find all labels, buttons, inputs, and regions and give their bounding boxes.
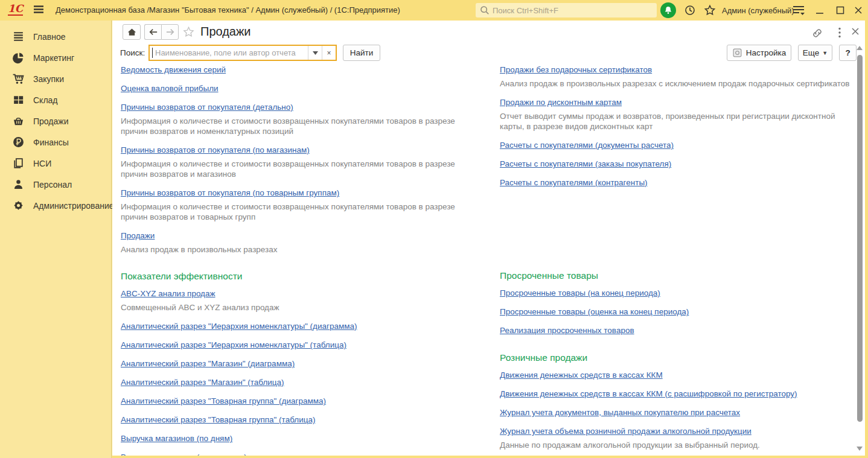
report-link[interactable]: Расчеты с покупателями (документы расчет… <box>500 141 674 150</box>
report-search-label: Поиск: <box>120 48 145 57</box>
scrollbar-thumb[interactable] <box>857 55 863 422</box>
section-heading: Просроченные товары <box>500 270 854 281</box>
report-link[interactable]: Продажи по дисконтным картам <box>500 98 622 107</box>
sidebar-item-main[interactable]: Главное <box>0 26 111 47</box>
report-link[interactable]: Расчеты с покупателями (контрагенты) <box>500 178 648 187</box>
report-description: Информация о количестве и стоимости возв… <box>121 116 470 136</box>
main-menu-icon[interactable] <box>33 5 45 16</box>
more-menu-icon[interactable] <box>835 27 844 39</box>
report-list-item: Просроченные товары (оценка на конец пер… <box>500 306 854 317</box>
report-list-item: Расчеты с покупателями (заказы покупател… <box>500 158 854 169</box>
report-link[interactable]: Причины возвратов от покупателя (по мага… <box>121 145 310 154</box>
person-icon <box>12 178 25 191</box>
sidebar-item-personnel[interactable]: Персонал <box>0 174 111 195</box>
chevron-down-icon: ▼ <box>822 50 828 56</box>
tools-menu-icon[interactable] <box>792 5 805 16</box>
sidebar-item-label: Главное <box>33 32 66 42</box>
report-link[interactable]: ABC-XYZ анализ продаж <box>121 289 215 298</box>
sidebar-item-sales[interactable]: Продажи <box>0 110 111 132</box>
close-window-button[interactable] <box>852 4 864 16</box>
report-link[interactable]: Продажи без подарочных сертификатов <box>500 65 652 74</box>
report-link[interactable]: Аналитический разрез "Иерархия номенклат… <box>121 340 346 349</box>
report-link[interactable]: Причины возвратов от покупателя (по това… <box>121 188 339 197</box>
sidebar-item-label: НСИ <box>33 159 51 168</box>
close-panel-icon[interactable] <box>850 26 861 37</box>
menu-lines-icon <box>12 30 25 43</box>
scroll-down-icon[interactable] <box>857 447 863 451</box>
report-list-item: Оценка валовой прибыли <box>121 83 470 94</box>
report-list-item: Аналитический разрез "Магазин" (диаграмм… <box>121 358 470 369</box>
report-link[interactable]: Ведомость движения серий <box>121 65 226 74</box>
report-link[interactable]: Расчеты с покупателями (заказы покупател… <box>500 159 671 168</box>
back-button[interactable] <box>144 24 161 40</box>
content-frame: Продажи Поиск: × Найти <box>112 21 868 458</box>
report-link[interactable]: Аналитический разрез "Магазин" (таблица) <box>121 378 284 387</box>
report-link[interactable]: Оценка валовой прибыли <box>121 84 219 93</box>
maximize-button[interactable] <box>834 4 846 16</box>
report-list-item: Выручка магазинов (по месяцам) <box>121 451 470 456</box>
help-button[interactable]: ? <box>839 45 857 61</box>
sidebar-item-finance[interactable]: Финансы <box>0 132 111 153</box>
settings-button[interactable]: Настройка <box>727 45 791 61</box>
sidebar-item-purchases[interactable]: Закупки <box>0 68 111 89</box>
report-list-item: ABC-XYZ анализ продажСовмещенный ABC и X… <box>121 288 470 313</box>
sidebar-item-marketing[interactable]: Маркетинг <box>0 47 111 68</box>
report-link[interactable]: Движения денежных средств в кассах ККМ (… <box>500 389 797 398</box>
settings-icon <box>732 48 742 58</box>
report-list-item: Движения денежных средств в кассах ККМ <box>500 369 854 380</box>
report-list-item: Журнал учета объема розничной продажи ал… <box>500 425 854 450</box>
report-list-item: Расчеты с покупателями (контрагенты) <box>500 177 854 188</box>
report-link[interactable]: Аналитический разрез "Магазин" (диаграмм… <box>121 359 295 368</box>
report-list-item: ПродажиАнализ продаж в произвольных разр… <box>121 230 470 255</box>
current-user: Админ (служебный) <box>722 6 794 15</box>
favorites-icon[interactable] <box>704 4 716 16</box>
history-nav-group <box>144 24 179 40</box>
global-search-box[interactable] <box>476 3 657 17</box>
report-link[interactable]: Причины возвратов от покупателя (детальн… <box>121 103 293 112</box>
home-button[interactable] <box>123 24 141 40</box>
reports-panel: Продажи Поиск: × Найти <box>112 21 865 456</box>
report-link[interactable]: Журнал учета документов, выданных покупа… <box>500 408 740 417</box>
report-link[interactable]: Выручка магазинов (по месяцам) <box>121 453 247 456</box>
search-clear-button[interactable]: × <box>322 46 336 60</box>
search-dropdown-button[interactable] <box>308 46 322 60</box>
report-link[interactable]: Аналитический разрез "Товарная группа" (… <box>121 415 315 424</box>
sidebar-item-label: Персонал <box>33 180 72 189</box>
report-list-item: Расчеты с покупателями (документы расчет… <box>500 139 854 150</box>
section-heading: Розничные продажи <box>500 352 854 363</box>
report-link[interactable]: Аналитический разрез "Товарная группа" (… <box>121 396 326 406</box>
sidebar-item-label: Склад <box>33 95 58 105</box>
report-list-item: Причины возвратов от покупателя (по това… <box>121 187 470 222</box>
sidebar-item-master-data[interactable]: НСИ <box>0 153 111 174</box>
report-link[interactable]: Выручка магазинов (по дням) <box>121 434 232 443</box>
minimize-button[interactable] <box>814 4 826 16</box>
text-cursor <box>152 48 153 58</box>
basket-icon <box>12 115 25 127</box>
report-group: Просроченные товарыПросроченные товары (… <box>500 270 854 336</box>
report-group: Показатели эффективностиABC-XYZ анализ п… <box>121 270 470 456</box>
report-link[interactable]: Реализация просроченных товаров <box>500 326 634 335</box>
report-link[interactable]: Просроченные товары (на конец периода) <box>500 288 660 297</box>
1c-logo: 1С <box>8 3 23 16</box>
find-button[interactable]: Найти <box>343 45 380 61</box>
report-link[interactable]: Журнал учета объема розничной продажи ал… <box>500 427 752 436</box>
sidebar-item-label: Администрирование <box>33 201 114 211</box>
scroll-up-icon[interactable] <box>857 46 863 50</box>
report-link[interactable]: Просроченные товары (оценка на конец пер… <box>500 307 689 316</box>
forward-button[interactable] <box>161 24 179 40</box>
report-link[interactable]: Аналитический разрез "Иерархия номенклат… <box>121 322 357 331</box>
sidebar-item-administration[interactable]: Администрирование <box>0 195 111 216</box>
sidebar-item-warehouse[interactable]: Склад <box>0 89 111 110</box>
favorite-star-icon[interactable] <box>182 26 195 38</box>
report-link[interactable]: Движения денежных средств в кассах ККМ <box>500 371 663 380</box>
get-link-icon[interactable] <box>811 27 823 39</box>
history-icon[interactable] <box>684 4 696 16</box>
vertical-scrollbar[interactable] <box>856 46 864 451</box>
more-button[interactable]: Еще ▼ <box>798 45 832 61</box>
sidebar-item-label: Закупки <box>33 74 64 84</box>
sidebar-item-label: Маркетинг <box>33 53 74 63</box>
report-link[interactable]: Продажи <box>121 231 155 240</box>
global-search-input[interactable] <box>490 6 657 15</box>
report-search-input[interactable] <box>150 46 308 60</box>
notifications-icon[interactable] <box>660 2 676 18</box>
